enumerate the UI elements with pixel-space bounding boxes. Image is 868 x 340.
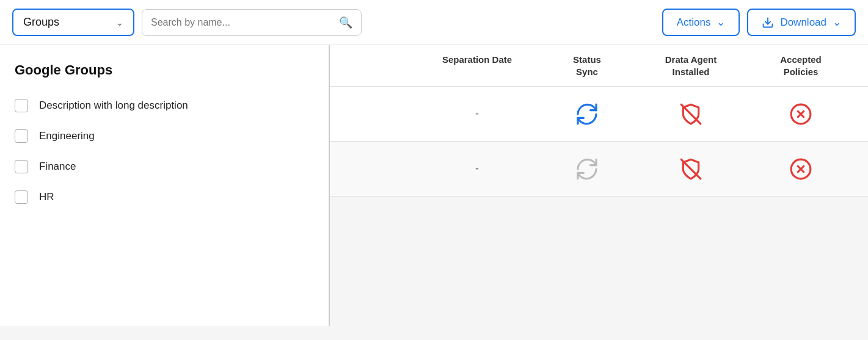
main-content: Google Groups Description with long desc… (0, 45, 868, 197)
groups-dropdown[interactable]: Groups ⌄ (12, 9, 134, 36)
checkbox-description[interactable] (15, 99, 28, 112)
dropdown-title: Google Groups (0, 62, 329, 90)
search-icon: 🔍 (339, 16, 352, 29)
group-label: HR (39, 191, 54, 203)
search-input[interactable] (151, 17, 333, 28)
list-item[interactable]: Finance (0, 151, 329, 182)
cell-accepted-policies-1 (746, 103, 856, 126)
table-row: - (330, 87, 868, 142)
download-button[interactable]: Download ⌄ (747, 9, 856, 36)
cell-agent-installed-1 (636, 103, 746, 126)
actions-button[interactable]: Actions ⌄ (662, 9, 740, 36)
col-header-status-sync: StatusSync (538, 54, 636, 78)
list-item[interactable]: HR (0, 182, 329, 212)
search-box: 🔍 (142, 9, 362, 36)
list-item[interactable]: Description with long description (0, 90, 329, 121)
sync-active-icon (575, 103, 599, 126)
shield-off-icon (679, 103, 702, 126)
cell-agent-installed-2 (636, 157, 746, 181)
checkbox-engineering[interactable] (15, 129, 28, 143)
x-circle-icon (789, 103, 812, 126)
dropdown-panel: Google Groups Description with long desc… (0, 45, 330, 326)
checkbox-finance[interactable] (15, 160, 28, 173)
table-row: - (330, 142, 868, 197)
table-area: Separation Date StatusSync Drata AgentIn… (330, 45, 868, 197)
col-header-separation-date: Separation Date (416, 54, 538, 78)
actions-label: Actions (677, 16, 711, 29)
cell-separation-date-2: - (416, 162, 538, 175)
col-header-name (342, 54, 416, 78)
group-label: Engineering (39, 130, 95, 142)
download-icon (762, 16, 774, 29)
actions-chevron-icon: ⌄ (717, 16, 725, 29)
col-header-drata-agent: Drata AgentInstalled (636, 54, 746, 78)
table-header: Separation Date StatusSync Drata AgentIn… (330, 45, 868, 87)
top-bar: Groups ⌄ 🔍 Actions ⌄ Download ⌄ (0, 0, 868, 45)
cell-separation-date-1: - (416, 107, 538, 120)
col-header-accepted-policies: AcceptedPolicies (746, 54, 856, 78)
chevron-down-icon: ⌄ (116, 18, 123, 27)
download-chevron-icon: ⌄ (833, 16, 841, 29)
group-label: Finance (39, 161, 76, 173)
groups-label: Groups (23, 16, 59, 29)
cell-accepted-policies-2 (746, 157, 856, 181)
cell-status-sync-1 (538, 103, 636, 126)
download-label: Download (780, 16, 826, 29)
shield-off-icon (679, 157, 702, 181)
x-circle-icon (789, 157, 812, 181)
list-item[interactable]: Engineering (0, 121, 329, 151)
group-label: Description with long description (39, 99, 188, 112)
cell-status-sync-2 (538, 157, 636, 181)
sync-inactive-icon (575, 157, 599, 181)
checkbox-hr[interactable] (15, 190, 28, 204)
